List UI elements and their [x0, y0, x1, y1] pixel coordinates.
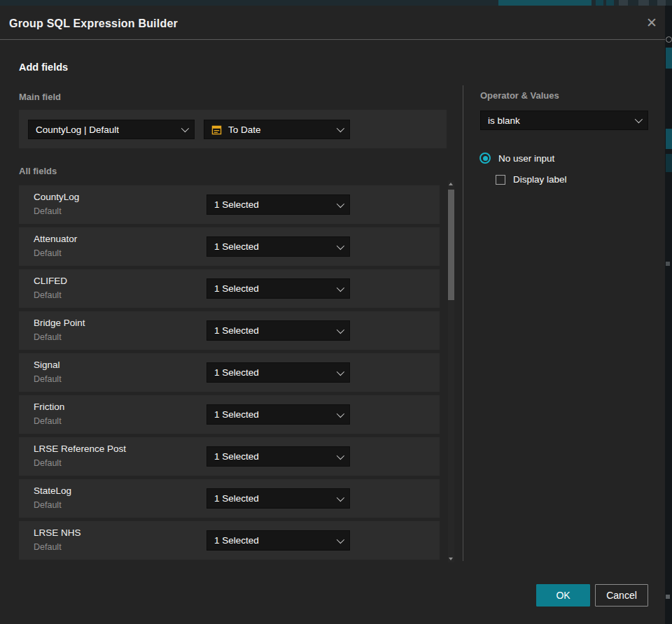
field-type: Default: [34, 206, 62, 216]
no-user-input-label: No user input: [498, 153, 554, 164]
background-item: [666, 48, 672, 69]
field-values-count: 1 Selected: [214, 283, 259, 294]
panel-divider: [463, 85, 463, 561]
ok-button[interactable]: OK: [536, 584, 590, 607]
chevron-down-icon: [181, 125, 189, 132]
background-item: [666, 595, 670, 599]
background-button: [657, 0, 666, 6]
main-field-date-select[interactable]: To Date: [204, 120, 350, 139]
field-name: Signal: [34, 360, 60, 370]
field-values-count: 1 Selected: [214, 493, 259, 504]
field-values-select[interactable]: 1 Selected: [206, 278, 350, 299]
field-row: CLIFED Default 1 Selected: [19, 269, 440, 308]
background-dot-icon: [666, 36, 672, 43]
field-values-select[interactable]: 1 Selected: [206, 320, 350, 341]
background-item: [666, 262, 670, 266]
all-fields-label: All fields: [19, 166, 57, 176]
field-row: StateLog Default 1 Selected: [19, 479, 440, 518]
field-values-count: 1 Selected: [214, 535, 259, 546]
field-values-count: 1 Selected: [214, 241, 259, 252]
title-divider: [0, 39, 665, 40]
no-user-input-radio[interactable]: No user input: [479, 153, 554, 164]
chevron-down-icon: [337, 535, 344, 543]
dialog-group-sql-expression-builder: Group SQL Expression Builder ✕ Add field…: [0, 6, 665, 624]
chevron-down-icon: [337, 199, 344, 207]
field-row: CountyLog Default 1 Selected: [19, 185, 440, 224]
field-type: Default: [34, 416, 62, 426]
chevron-down-icon: [337, 283, 344, 291]
field-values-select[interactable]: 1 Selected: [206, 236, 350, 257]
main-field-select[interactable]: CountyLog | Default: [28, 120, 195, 139]
field-name: StateLog: [34, 485, 71, 496]
chevron-down-icon: [337, 125, 344, 132]
add-fields-heading: Add fields: [19, 62, 68, 73]
background-button: [596, 0, 603, 6]
background-toolbar: Live view: [0, 0, 672, 6]
field-type: Default: [34, 458, 62, 468]
scrollbar-down-icon[interactable]: [449, 558, 453, 560]
scrollbar[interactable]: [448, 180, 454, 562]
display-label-checkbox[interactable]: Display label: [496, 174, 567, 185]
field-values-count: 1 Selected: [214, 199, 259, 210]
field-values-select[interactable]: 1 Selected: [206, 404, 350, 425]
field-name: LRSE NHS: [34, 527, 81, 538]
background-button: [606, 0, 614, 6]
radio-selected-icon: [479, 153, 491, 164]
chevron-down-icon: [337, 409, 344, 417]
field-type: Default: [34, 248, 62, 258]
background-right-edge: [665, 6, 672, 624]
checkbox-unchecked-icon: [496, 175, 505, 185]
scrollbar-up-icon[interactable]: [449, 183, 453, 185]
field-row: Attenuator Default 1 Selected: [19, 227, 440, 266]
field-name: Bridge Point: [34, 318, 85, 328]
field-type: Default: [34, 542, 62, 552]
field-values-count: 1 Selected: [214, 325, 259, 336]
chevron-down-icon: [337, 451, 344, 459]
main-field-date-value: To Date: [228, 125, 261, 135]
field-row: LRSE Reference Post Default 1 Selected: [19, 437, 440, 476]
background-item: [666, 129, 672, 149]
background-button: [619, 0, 628, 6]
field-values-select[interactable]: 1 Selected: [206, 446, 350, 467]
field-values-select[interactable]: 1 Selected: [206, 488, 350, 509]
field-name: Friction: [34, 402, 64, 412]
chevron-down-icon: [337, 241, 344, 249]
scrollbar-thumb[interactable]: [448, 190, 454, 300]
background-live-view-button: Live view: [498, 0, 592, 6]
field-row: Friction Default 1 Selected: [19, 395, 440, 434]
close-icon[interactable]: ✕: [641, 11, 662, 34]
field-name: CountyLog: [34, 192, 79, 202]
field-type: Default: [34, 374, 62, 384]
cancel-button[interactable]: Cancel: [595, 584, 648, 607]
field-values-count: 1 Selected: [214, 451, 259, 462]
main-field-panel: CountyLog | Default To Date: [19, 110, 447, 148]
field-row: Bridge Point Default 1 Selected: [19, 311, 440, 350]
field-name: CLIFED: [34, 276, 67, 286]
display-label-label: Display label: [513, 174, 567, 185]
dialog-title: Group SQL Expression Builder: [9, 17, 178, 30]
background-item: [666, 154, 672, 172]
field-values-select[interactable]: 1 Selected: [206, 362, 350, 383]
field-type: Default: [34, 332, 62, 342]
field-row: Signal Default 1 Selected: [19, 353, 440, 392]
background-button: [638, 0, 649, 6]
operator-select[interactable]: is blank: [480, 111, 648, 130]
field-type: Default: [34, 290, 62, 300]
field-values-count: 1 Selected: [214, 409, 259, 420]
field-type: Default: [34, 500, 62, 510]
field-values-count: 1 Selected: [214, 367, 259, 378]
chevron-down-icon: [635, 115, 643, 123]
operator-select-value: is blank: [488, 115, 520, 126]
field-name: LRSE Reference Post: [34, 444, 126, 454]
screen: Live view Group SQL Expression Builder ✕…: [0, 0, 672, 624]
chevron-down-icon: [337, 325, 344, 333]
field-values-select[interactable]: 1 Selected: [206, 530, 350, 551]
field-values-select[interactable]: 1 Selected: [206, 194, 350, 215]
operator-values-label: Operator & Values: [480, 90, 559, 101]
chevron-down-icon: [337, 493, 344, 501]
field-row: LRSE NHS Default 1 Selected: [19, 521, 440, 560]
calendar-icon: [211, 125, 222, 135]
main-field-select-value: CountyLog | Default: [36, 125, 119, 135]
main-field-label: Main field: [19, 92, 61, 102]
field-name: Attenuator: [34, 234, 77, 244]
